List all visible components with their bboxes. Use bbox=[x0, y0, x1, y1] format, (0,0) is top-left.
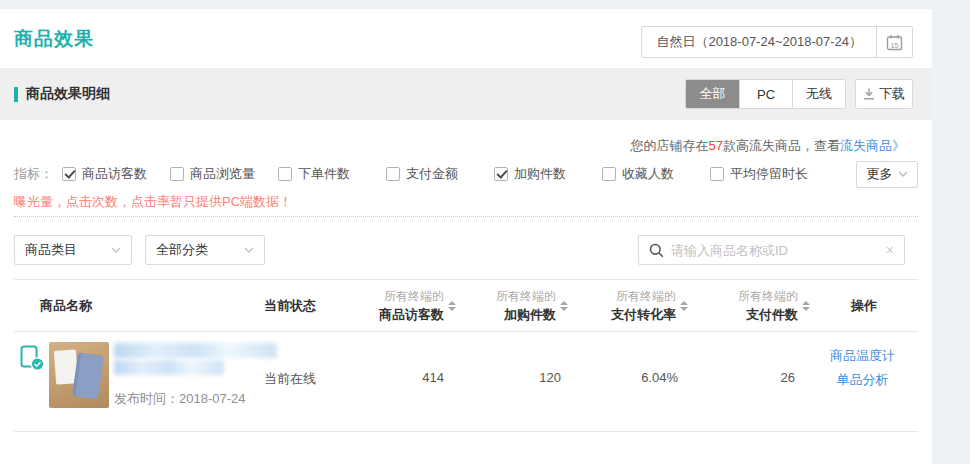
mobile-online-icon bbox=[20, 345, 45, 372]
paid-value: 26 bbox=[690, 332, 807, 385]
accent-bar bbox=[14, 87, 18, 102]
actions-cell: 商品温度计 单品分析 bbox=[807, 332, 918, 387]
filter-row: 商品类目 全部分类 × bbox=[14, 235, 918, 265]
clear-search-icon[interactable]: × bbox=[886, 243, 894, 257]
more-metrics-button[interactable]: 更多 bbox=[856, 161, 918, 188]
top-strip bbox=[0, 0, 970, 9]
date-range-label: 自然日（2018-07-24~2018-07-24） bbox=[642, 27, 876, 57]
cart-value: 120 bbox=[456, 332, 573, 385]
conversion-value: 6.04% bbox=[573, 332, 690, 385]
sort-cart[interactable] bbox=[560, 301, 568, 311]
sort-visitors[interactable] bbox=[448, 301, 456, 311]
title-bar: 商品效果 自然日（2018-07-24~2018-07-24） 15 bbox=[0, 9, 932, 68]
tab-wireless[interactable]: 无线 bbox=[792, 80, 845, 108]
metric-item-payment[interactable]: 支付金额 bbox=[386, 165, 494, 183]
table-header: 商品名称 当前状态 所有终端的 商品访客数 所有终端的 加购件数 所有终端的 bbox=[14, 279, 918, 332]
single-item-analysis-link[interactable]: 单品分析 bbox=[807, 372, 918, 387]
pc-data-warning: 曝光量，点击次数，点击率暂只提供PC端数据！ bbox=[14, 193, 918, 210]
date-range-picker[interactable]: 自然日（2018-07-24~2018-07-24） 15 bbox=[641, 26, 913, 58]
checkbox-payment[interactable] bbox=[386, 167, 400, 181]
metric-item-pageviews[interactable]: 商品浏览量 bbox=[170, 165, 278, 183]
blurred-product-name-line2 bbox=[114, 360, 224, 375]
terminal-tab-group: 全部 PC 无线 bbox=[685, 79, 846, 109]
checkbox-visitors[interactable] bbox=[62, 167, 76, 181]
subcategory-dropdown[interactable]: 全部分类 bbox=[145, 235, 265, 265]
download-label: 下载 bbox=[879, 85, 905, 103]
metric-item-cart[interactable]: 加购件数 bbox=[494, 165, 602, 183]
metrics-label: 指标： bbox=[14, 165, 62, 183]
header-visitors: 所有终端的 商品访客数 bbox=[339, 288, 456, 323]
loss-count: 57 bbox=[709, 138, 723, 153]
table-row: 发布时间：2018-07-24 当前在线 414 120 6.04% 26 商品… bbox=[14, 332, 918, 432]
product-image[interactable] bbox=[49, 342, 109, 408]
section-controls: 全部 PC 无线 下载 bbox=[685, 79, 913, 109]
publish-time: 发布时间：2018-07-24 bbox=[114, 390, 277, 408]
header-paid: 所有终端的 支付件数 bbox=[688, 288, 810, 323]
metrics-row: 指标： 商品访客数 商品浏览量 下单件数 支付金额 加购件数 bbox=[14, 161, 918, 187]
product-name-block: 发布时间：2018-07-24 bbox=[114, 342, 277, 408]
checkbox-staytime[interactable] bbox=[710, 167, 724, 181]
page-title: 商品效果 bbox=[14, 26, 94, 52]
search-box: × bbox=[638, 235, 905, 265]
svg-text:15: 15 bbox=[891, 41, 899, 48]
product-cell: 发布时间：2018-07-24 bbox=[14, 332, 264, 408]
blurred-product-name-line1 bbox=[114, 343, 277, 358]
checkbox-orders[interactable] bbox=[278, 167, 292, 181]
calendar-button[interactable]: 15 bbox=[876, 27, 912, 57]
checkbox-pageviews[interactable] bbox=[170, 167, 184, 181]
calendar-icon: 15 bbox=[886, 34, 903, 51]
chevron-down-icon bbox=[898, 171, 908, 177]
metric-item-favorites[interactable]: 收藏人数 bbox=[602, 165, 710, 183]
download-button[interactable]: 下载 bbox=[855, 79, 913, 109]
product-thermometer-link[interactable]: 商品温度计 bbox=[807, 348, 918, 363]
section-title: 商品效果明细 bbox=[14, 85, 110, 103]
header-product-name: 商品名称 bbox=[14, 297, 264, 315]
checkbox-favorites[interactable] bbox=[602, 167, 616, 181]
sort-conversion[interactable] bbox=[680, 301, 688, 311]
search-icon bbox=[649, 243, 664, 258]
header-cart: 所有终端的 加购件数 bbox=[456, 288, 568, 323]
tab-all[interactable]: 全部 bbox=[686, 80, 739, 108]
section-bar: 商品效果明细 全部 PC 无线 下载 bbox=[0, 68, 932, 120]
search-input[interactable] bbox=[671, 243, 886, 258]
header-status: 当前状态 bbox=[264, 297, 339, 315]
metric-item-visitors[interactable]: 商品访客数 bbox=[62, 165, 170, 183]
header-actions: 操作 bbox=[810, 297, 918, 315]
checkbox-cart[interactable] bbox=[494, 167, 508, 181]
content: 您的店铺存在57款高流失商品，查看流失商品》 指标： 商品访客数 商品浏览量 下… bbox=[0, 137, 932, 432]
category-dropdown[interactable]: 商品类目 bbox=[14, 235, 132, 265]
sort-paid[interactable] bbox=[802, 301, 810, 311]
loss-notice: 您的店铺存在57款高流失商品，查看流失商品》 bbox=[14, 137, 918, 154]
header-conversion: 所有终端的 支付转化率 bbox=[568, 288, 688, 323]
chevron-down-icon bbox=[111, 247, 121, 253]
tab-pc[interactable]: PC bbox=[739, 80, 792, 108]
metric-item-staytime[interactable]: 平均停留时长 bbox=[710, 165, 808, 183]
visitors-value: 414 bbox=[339, 332, 456, 385]
loss-products-link[interactable]: 流失商品》 bbox=[840, 138, 905, 153]
metric-item-orders[interactable]: 下单件数 bbox=[278, 165, 386, 183]
status-cell: 当前在线 bbox=[264, 332, 339, 388]
dotted-separator bbox=[14, 216, 918, 217]
download-icon bbox=[863, 88, 875, 100]
chevron-down-icon bbox=[244, 247, 254, 253]
product-effect-page: 商品效果 自然日（2018-07-24~2018-07-24） 15 商品效果明… bbox=[0, 9, 932, 464]
